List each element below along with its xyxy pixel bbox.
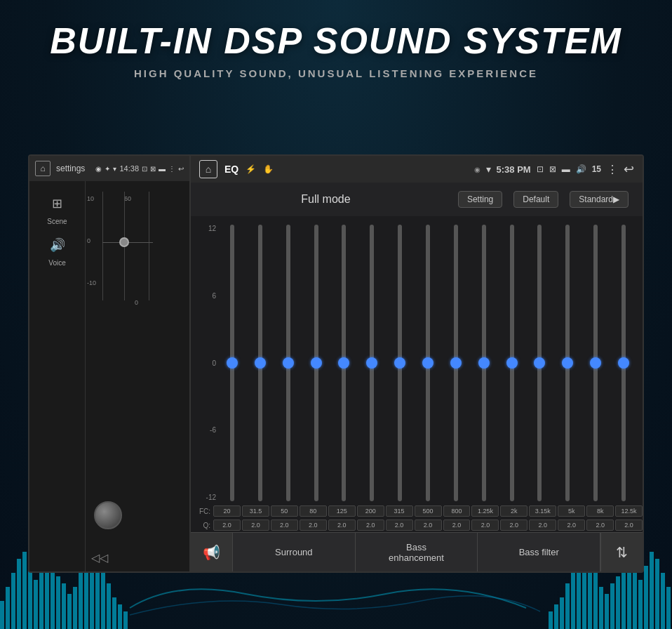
slider-track-5[interactable] [370, 225, 374, 501]
eq-slider-col-8[interactable] [443, 225, 469, 501]
slider-thumb-3[interactable] [311, 357, 322, 369]
fc-cell-13[interactable]: 8k [586, 505, 614, 517]
left-eq-main: 10 0 60 -10 0 ◁◁ [86, 181, 189, 571]
q-cell-12[interactable]: 2.0 [558, 519, 585, 531]
slider-thumb-14[interactable] [618, 357, 629, 369]
slider-track-14[interactable] [621, 225, 626, 501]
slider-thumb-0[interactable] [227, 357, 238, 369]
slider-track-11[interactable] [537, 225, 542, 501]
slider-track-9[interactable] [482, 225, 486, 501]
eq-slider-col-6[interactable] [387, 225, 413, 501]
q-cell-2[interactable]: 2.0 [271, 519, 298, 531]
fc-cell-11[interactable]: 3.15k [529, 505, 556, 517]
slider-track-12[interactable] [565, 225, 570, 501]
back-icon-small[interactable]: ↩ [178, 165, 184, 173]
slider-thumb-left[interactable] [119, 237, 129, 247]
q-cell-5[interactable]: 2.0 [357, 519, 384, 531]
eq-slider-col-1[interactable] [247, 225, 274, 501]
standard-button[interactable]: Standard▶ [570, 191, 629, 208]
left-arrow-icon: ◁◁ [91, 551, 108, 564]
fc-cell-2[interactable]: 50 [271, 505, 298, 517]
slider-track-10[interactable] [510, 225, 514, 501]
eq-slider-col-3[interactable] [303, 225, 330, 501]
slider-thumb-11[interactable] [534, 357, 545, 369]
fc-cell-3[interactable]: 80 [300, 505, 327, 517]
slider-thumb-6[interactable] [394, 357, 405, 369]
q-cell-0[interactable]: 2.0 [213, 519, 241, 531]
q-cell-10[interactable]: 2.0 [500, 519, 527, 531]
x-icon: ⊠ [549, 164, 556, 174]
eq-slider-col-9[interactable] [471, 225, 497, 501]
fc-cell-7[interactable]: 500 [415, 505, 442, 517]
fc-cell-0[interactable]: 20 [213, 505, 241, 517]
slider-track-4[interactable] [342, 225, 346, 501]
slider-track-0[interactable] [230, 225, 234, 501]
menu-dots-icon[interactable]: ⋮ [607, 163, 618, 176]
q-cell-9[interactable]: 2.0 [471, 519, 499, 531]
slider-track-3[interactable] [314, 225, 318, 501]
fc-cell-1[interactable]: 31.5 [242, 505, 269, 517]
back-arrow-left[interactable]: ◁◁ [91, 551, 108, 564]
setting-button[interactable]: Setting [458, 191, 502, 208]
home-icon-large[interactable]: ⌂ [199, 160, 217, 178]
slider-thumb-5[interactable] [366, 357, 377, 369]
fc-cell-12[interactable]: 5k [558, 505, 585, 517]
slider-thumb-4[interactable] [338, 357, 349, 369]
q-cell-7[interactable]: 2.0 [415, 519, 442, 531]
slider-thumb-2[interactable] [283, 357, 294, 369]
fc-cell-6[interactable]: 315 [386, 505, 413, 517]
sidebar-item-scene[interactable]: ⊞ Scene [46, 192, 69, 225]
dots-menu[interactable]: ⋮ [168, 165, 175, 173]
slider-thumb-7[interactable] [422, 357, 434, 369]
tab-surround[interactable]: Surround [233, 533, 356, 571]
volume-knob[interactable] [94, 501, 122, 529]
fc-cell-10[interactable]: 2k [500, 505, 527, 517]
q-cell-3[interactable]: 2.0 [300, 519, 327, 531]
q-cell-11[interactable]: 2.0 [529, 519, 556, 531]
eq-slider-col-11[interactable] [526, 225, 553, 501]
back-button[interactable]: ↩ [624, 161, 634, 177]
q-cell-4[interactable]: 2.0 [328, 519, 356, 531]
slider-thumb-1[interactable] [255, 357, 266, 369]
slider-track-7[interactable] [426, 225, 430, 501]
fc-cell-14[interactable]: 12.5k [615, 505, 643, 517]
slider-thumb-9[interactable] [478, 357, 490, 369]
slider-track-6[interactable] [398, 225, 402, 501]
tab-bass-enhancement[interactable]: Bassenhancement [356, 533, 478, 571]
slider-thumb-12[interactable] [562, 357, 573, 369]
slider-track-2[interactable] [286, 225, 290, 501]
eq-slider-col-7[interactable] [415, 225, 441, 501]
eq-slider-col-4[interactable] [330, 225, 357, 501]
eq-slider-col-10[interactable] [499, 225, 525, 501]
slider-thumb-10[interactable] [506, 357, 518, 369]
voice-icon: 🔊 [46, 234, 69, 256]
slider-track-8[interactable] [454, 225, 458, 501]
slider-thumb-8[interactable] [450, 357, 462, 369]
fc-cell-5[interactable]: 200 [357, 505, 384, 517]
q-cell-14[interactable]: 2.0 [615, 519, 643, 531]
eq-slider-col-0[interactable] [219, 225, 246, 501]
tab-bar: 📢 Surround Bassenhancement Bass filter ⇅ [191, 532, 643, 571]
q-cell-6[interactable]: 2.0 [386, 519, 413, 531]
home-icon-small[interactable]: ⌂ [35, 161, 51, 176]
eq-slider-col-12[interactable] [554, 225, 581, 501]
tab-settings-button[interactable]: ⇅ [600, 533, 643, 571]
fc-cell-9[interactable]: 1.25k [471, 505, 499, 517]
q-cell-8[interactable]: 2.0 [443, 519, 471, 531]
default-button[interactable]: Default [513, 191, 558, 208]
eq-slider-col-14[interactable] [610, 225, 637, 501]
slider-track-13[interactable] [593, 225, 598, 501]
tab-bass-filter[interactable]: Bass filter [478, 533, 600, 571]
fc-cell-4[interactable]: 125 [328, 505, 356, 517]
scene-icon: ⊞ [46, 192, 69, 215]
q-cell-13[interactable]: 2.0 [586, 519, 614, 531]
sidebar-item-voice[interactable]: 🔊 Voice [46, 234, 69, 267]
fc-cell-8[interactable]: 800 [443, 505, 471, 517]
eq-slider-col-13[interactable] [582, 225, 609, 501]
q-cell-1[interactable]: 2.0 [242, 519, 269, 531]
eq-slider-col-2[interactable] [275, 225, 302, 501]
slider-thumb-13[interactable] [590, 357, 601, 369]
tab-speaker-button[interactable]: 📢 [191, 533, 233, 571]
eq-slider-col-5[interactable] [358, 225, 385, 501]
slider-track-1[interactable] [258, 225, 262, 501]
